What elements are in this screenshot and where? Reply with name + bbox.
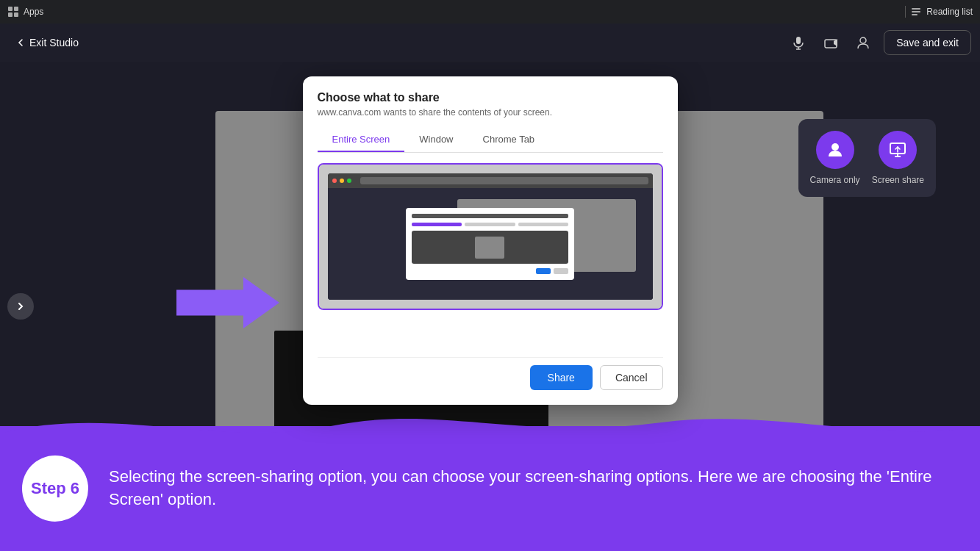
preview-tab-2 xyxy=(465,223,515,226)
reading-list-icon xyxy=(910,6,922,18)
svg-rect-3 xyxy=(14,12,18,17)
dot-red xyxy=(332,179,337,183)
svg-rect-7 xyxy=(796,37,801,44)
preview-share-btn xyxy=(536,268,551,274)
preview-title-bar xyxy=(412,214,569,218)
browser-bar-right: Reading list xyxy=(905,6,973,18)
screen-share-dialog: Choose what to share www.canva.com wants… xyxy=(303,76,678,405)
preview-tab-1 xyxy=(412,223,462,226)
dialog-tabs: Entire Screen Window Chrome Tab xyxy=(318,128,663,153)
preview-cancel-btn xyxy=(554,268,568,274)
dot-yellow xyxy=(340,179,344,183)
tab-entire-screen[interactable]: Entire Screen xyxy=(318,128,405,152)
tab-chrome-tab[interactable]: Chrome Tab xyxy=(468,128,550,152)
dialog-empty-area xyxy=(318,320,663,357)
browser-bar-left: Apps xyxy=(7,6,43,18)
preview-bg xyxy=(328,188,653,300)
preview-dialog xyxy=(406,208,575,280)
browser-bar: Apps Reading list xyxy=(0,0,980,24)
profile-button[interactable] xyxy=(851,31,875,54)
svg-rect-6 xyxy=(912,14,918,15)
dialog-overlay: Choose what to share www.canva.com wants… xyxy=(0,62,980,551)
svg-rect-4 xyxy=(912,8,920,10)
url-bar xyxy=(360,177,648,184)
profile-icon xyxy=(856,35,870,50)
main-area: Camera only Screen share Choose what to … xyxy=(0,62,980,551)
preview-actions xyxy=(412,268,569,274)
dialog-actions: Share Cancel xyxy=(318,357,663,390)
divider xyxy=(905,6,906,18)
grid-icon xyxy=(7,6,19,18)
tab-window[interactable]: Window xyxy=(404,128,468,152)
dialog-subtitle: www.canva.com wants to share the content… xyxy=(318,107,663,118)
save-exit-button[interactable]: Save and exit xyxy=(884,30,971,55)
dialog-title: Choose what to share xyxy=(318,91,663,104)
reading-list-label: Reading list xyxy=(926,7,973,17)
preview-tabs xyxy=(412,223,569,226)
svg-rect-5 xyxy=(912,11,920,12)
svg-point-12 xyxy=(860,37,866,43)
microphone-button[interactable] xyxy=(787,31,810,54)
preview-screen-content xyxy=(412,231,569,264)
exit-studio-label: Exit Studio xyxy=(29,37,79,48)
chevron-left-icon xyxy=(16,38,25,47)
svg-rect-0 xyxy=(8,7,12,11)
preview-inner xyxy=(328,173,653,300)
share-button[interactable]: Share xyxy=(530,365,593,390)
preview-tab-3 xyxy=(518,223,569,226)
cancel-button[interactable]: Cancel xyxy=(600,365,663,390)
svg-rect-2 xyxy=(8,12,12,17)
screen-preview-area xyxy=(318,163,663,310)
dot-green xyxy=(347,179,351,183)
exit-studio-button[interactable]: Exit Studio xyxy=(9,32,86,53)
camera-button[interactable] xyxy=(819,31,843,54)
apps-label: Apps xyxy=(24,7,43,17)
canva-toolbar: Exit Studio Save and exit xyxy=(0,24,980,62)
preview-toolbar xyxy=(328,173,653,188)
microphone-icon xyxy=(791,35,806,50)
preview-content xyxy=(328,188,653,300)
svg-rect-1 xyxy=(14,7,18,11)
screen-preview xyxy=(319,165,662,309)
camera-icon xyxy=(823,35,838,50)
preview-inner-box xyxy=(475,237,504,259)
